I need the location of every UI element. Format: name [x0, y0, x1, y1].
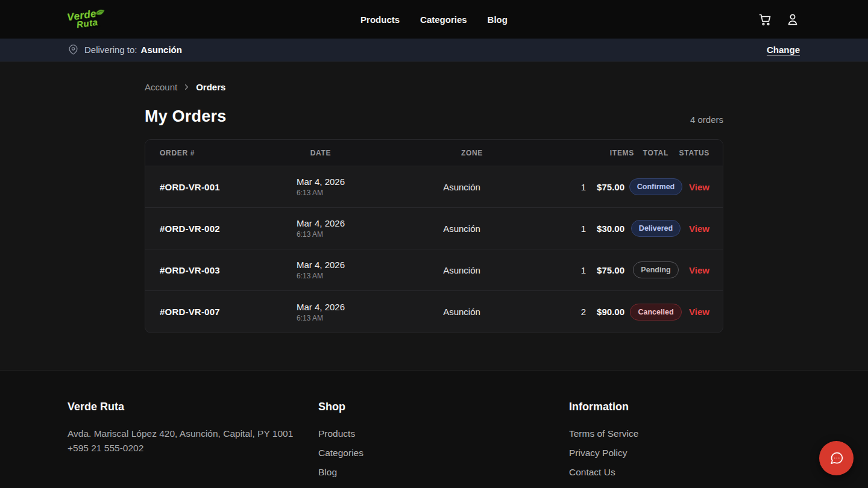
- order-date: Mar 4, 20266:13 AM: [297, 217, 345, 239]
- footer-link-contact[interactable]: Contact Us: [569, 467, 615, 477]
- nav-link-blog[interactable]: Blog: [488, 14, 508, 25]
- breadcrumb-account-link[interactable]: Account: [145, 82, 177, 92]
- status-badge: Confirmed: [629, 178, 683, 195]
- title-row: My Orders 4 orders: [145, 105, 723, 127]
- column-header-zone: ZONE: [461, 149, 483, 157]
- breadcrumb-current: Orders: [196, 82, 225, 92]
- logo[interactable]: Verde Ruta: [68, 11, 97, 28]
- order-items: 1: [581, 224, 586, 234]
- order-items: 1: [581, 265, 586, 275]
- footer-shop-column: Shop Products Categories Blog My Account: [318, 401, 569, 488]
- delivery-zone: Asunción: [141, 45, 182, 55]
- footer-brand-name: Verde Ruta: [68, 401, 318, 413]
- column-header-total: TOTAL: [643, 149, 668, 157]
- orders-table: ORDER # DATE ZONE ITEMS TOTAL STATUS #OR…: [145, 139, 723, 333]
- delivery-label: Delivering to:: [84, 45, 137, 55]
- status-badge: Cancelled: [630, 304, 681, 321]
- table-header-row: ORDER # DATE ZONE ITEMS TOTAL STATUS: [145, 140, 723, 166]
- column-header-date: DATE: [310, 149, 332, 157]
- order-total: $30.00: [597, 224, 624, 234]
- footer-information-column: Information Terms of Service Privacy Pol…: [569, 401, 800, 488]
- view-order-link[interactable]: View: [689, 224, 709, 234]
- order-items: 2: [581, 307, 586, 317]
- site-header: Verde Ruta Products Categories Blog: [0, 0, 868, 39]
- order-number: #ORD-VR-002: [160, 224, 244, 234]
- chat-bubble-icon: [828, 450, 845, 467]
- table-row: #ORD-VR-002 Mar 4, 20266:13 AM Asunción …: [145, 208, 723, 249]
- table-row: #ORD-VR-001 Mar 4, 20266:13 AM Asunción …: [145, 166, 723, 208]
- order-zone: Asunción: [443, 265, 480, 275]
- map-pin-icon: [68, 45, 78, 55]
- header-icons: [757, 11, 800, 27]
- breadcrumb: Account Orders: [145, 82, 723, 92]
- order-zone: Asunción: [443, 224, 480, 234]
- view-order-link[interactable]: View: [689, 265, 709, 275]
- page-title: My Orders: [145, 105, 226, 127]
- order-date: Mar 4, 20266:13 AM: [297, 301, 345, 323]
- nav-link-categories[interactable]: Categories: [420, 14, 467, 25]
- order-date: Mar 4, 20266:13 AM: [297, 259, 345, 281]
- order-items: 1: [581, 182, 586, 192]
- order-total: $90.00: [597, 307, 624, 317]
- order-number: #ORD-VR-001: [160, 182, 244, 192]
- footer-link-categories[interactable]: Categories: [318, 448, 363, 458]
- status-badge: Pending: [633, 261, 678, 278]
- delivery-bar: Delivering to: Asunción Change: [0, 39, 868, 61]
- site-footer: Verde Ruta Avda. Mariscal López 420, Asu…: [0, 370, 868, 488]
- footer-information-heading: Information: [569, 401, 800, 413]
- main-content: Account Orders My Orders 4 orders ORDER …: [145, 61, 723, 333]
- chat-button[interactable]: [819, 441, 854, 475]
- column-header-items: ITEMS: [610, 149, 634, 157]
- order-count: 4 orders: [690, 114, 723, 127]
- order-total: $75.00: [597, 265, 624, 275]
- footer-link-blog[interactable]: Blog: [318, 467, 337, 477]
- table-row: #ORD-VR-003 Mar 4, 20266:13 AM Asunción …: [145, 249, 723, 291]
- cart-icon[interactable]: [757, 11, 773, 27]
- table-row: #ORD-VR-007 Mar 4, 20266:13 AM Asunción …: [145, 291, 723, 333]
- nav-link-products[interactable]: Products: [360, 14, 400, 25]
- user-icon[interactable]: [785, 11, 800, 27]
- order-number: #ORD-VR-007: [160, 307, 244, 317]
- order-total: $75.00: [597, 182, 624, 192]
- order-zone: Asunción: [443, 307, 480, 317]
- footer-link-products[interactable]: Products: [318, 428, 355, 439]
- footer-brand-column: Verde Ruta Avda. Mariscal López 420, Asu…: [68, 401, 318, 488]
- column-header-status: STATUS: [679, 149, 709, 157]
- status-badge: Delivered: [631, 220, 681, 237]
- order-number: #ORD-VR-003: [160, 265, 244, 275]
- change-zone-link[interactable]: Change: [767, 45, 800, 55]
- column-header-order: ORDER #: [160, 149, 195, 157]
- footer-shop-heading: Shop: [318, 401, 569, 413]
- footer-address: Avda. Mariscal López 420, Asunción, Capi…: [68, 427, 297, 441]
- main-nav: Products Categories Blog: [360, 14, 508, 25]
- logo-text: Verde Ruta: [66, 8, 98, 30]
- footer-link-terms[interactable]: Terms of Service: [569, 428, 638, 439]
- view-order-link[interactable]: View: [689, 182, 709, 192]
- footer-link-privacy[interactable]: Privacy Policy: [569, 448, 627, 458]
- order-date: Mar 4, 20266:13 AM: [297, 176, 345, 198]
- chevron-right-icon: [182, 83, 191, 92]
- view-order-link[interactable]: View: [689, 307, 709, 317]
- footer-phone: +595 21 555-0202: [68, 441, 318, 455]
- order-zone: Asunción: [443, 182, 480, 192]
